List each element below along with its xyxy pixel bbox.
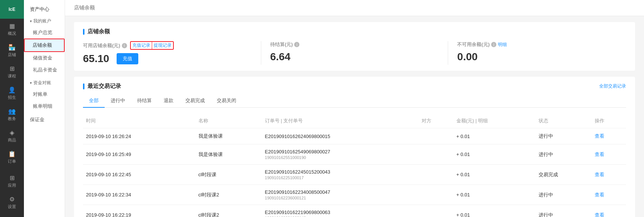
cell-action-1: 查看 <box>592 144 626 165</box>
logo: IcE <box>0 0 24 19</box>
pending-info-icon[interactable]: i <box>294 42 299 47</box>
cell-amount-2: + 0.01 <box>453 165 536 185</box>
cell-counterparty-0 <box>419 128 453 144</box>
chevron-down-icon: ▾ <box>30 19 32 23</box>
unavailable-balance-item: 不可用余额(元) i 明细 0.00 <box>457 41 626 63</box>
second-nav: 资产中心 ▾ 我的账户 账户总览 店铺余额 储值资金 礼品卡资金 ▾ 资金对账 … <box>24 0 65 217</box>
cell-counterparty-1 <box>419 144 453 165</box>
unavailable-value: 0.00 <box>457 51 617 63</box>
sidebar-item-customer[interactable]: 👤 客户 <box>0 168 24 171</box>
action-link-0[interactable]: 查看 <box>595 133 604 139</box>
available-info-icon[interactable]: i <box>122 43 127 48</box>
action-link-1[interactable]: 查看 <box>595 152 604 157</box>
record-links: 充值记录 提现记录 <box>130 41 174 50</box>
cell-name-4: cl时段课2 <box>195 205 262 217</box>
tab-refund[interactable]: 退款 <box>158 94 179 108</box>
cell-counterparty-4 <box>419 205 453 217</box>
recharge-button[interactable]: 充值 <box>117 53 138 64</box>
section-header-row: 最近交易记录 全部交易记录 <box>83 83 626 90</box>
balance-card: 店铺余额 可用店铺余额(元) i 充值记录 提现记录 65.10 <box>74 22 635 71</box>
sidebar-item-recruit[interactable]: 👤 招生 <box>0 83 24 104</box>
unavailable-label: 不可用余额(元) i 明细 <box>457 41 617 48</box>
recharge-record-link[interactable]: 充值记录 <box>131 42 152 49</box>
col-status: 状态 <box>536 114 591 128</box>
sidebar-item-store[interactable]: 🏪 店铺 <box>0 40 24 61</box>
nav-gift-card[interactable]: 礼品卡资金 <box>24 64 65 76</box>
chevron-down-icon2: ▾ <box>30 81 32 85</box>
cell-status-4: 进行中 <box>536 205 591 217</box>
available-value: 65.10 充值 <box>83 53 243 65</box>
nav-deposit[interactable]: 保证金 <box>24 114 65 126</box>
settings-icon: ⚙ <box>9 196 15 203</box>
recruit-icon: 👤 <box>8 86 16 94</box>
nav-stored-value[interactable]: 储值资金 <box>24 52 65 64</box>
view-all-link[interactable]: 全部交易记录 <box>599 83 626 89</box>
sidebar-item-settings[interactable]: ⚙ 设置 <box>0 192 24 213</box>
available-balance-item: 可用店铺余额(元) i 充值记录 提现记录 65.10 充值 <box>83 41 252 65</box>
sidebar-item-teacher[interactable]: 👥 教务 <box>0 104 24 125</box>
unavailable-info-icon[interactable]: i <box>491 42 496 47</box>
cell-status-0: 进行中 <box>536 128 591 144</box>
nav-account-overview[interactable]: 账户总览 <box>24 27 65 39</box>
cell-action-0: 查看 <box>592 128 626 144</box>
table-row: 2019-09-10 16:25:49 我是体验课 E2019091016254… <box>83 144 626 165</box>
tab-closed[interactable]: 交易关闭 <box>211 94 242 108</box>
sidebar-item-overview[interactable]: ▦ 概况 <box>0 19 24 40</box>
cell-counterparty-3 <box>419 185 453 205</box>
nav-store-balance[interactable]: 店铺余额 <box>24 39 65 52</box>
cell-order-2: E20190910162245015200043 190910162251000… <box>262 165 419 185</box>
sidebar-item-order[interactable]: 📋 订单 <box>0 147 24 168</box>
pending-value: 6.64 <box>270 51 430 63</box>
table-row: 2019-09-10 16:22:19 cl时段课2 E201909101622… <box>83 205 626 217</box>
main-content: 店铺余额 店铺余额 可用店铺余额(元) i 充值记录 提现记录 <box>65 0 644 217</box>
sidebar-item-course[interactable]: ⊞ 课程 <box>0 61 24 83</box>
table-row: 2019-09-10 16:22:45 cl时段课 E2019091016224… <box>83 165 626 185</box>
cell-status-1: 进行中 <box>536 144 591 165</box>
col-amount: 金额(元) | 明细 <box>453 114 536 128</box>
action-link-3[interactable]: 查看 <box>595 192 604 198</box>
table-row: 2019-09-10 16:22:34 cl时段课2 E201909101622… <box>83 185 626 205</box>
extract-record-link[interactable]: 提现记录 <box>152 42 173 49</box>
sidebar-item-apps[interactable]: ⊞ 应用 <box>0 171 24 192</box>
nav-account-detail[interactable]: 账单明细 <box>24 100 65 112</box>
cell-action-4: 查看 <box>592 205 626 217</box>
sidebar-bottom: ⊞ 应用 ⚙ 设置 <box>0 171 24 217</box>
pending-label: 待结算(元) i <box>270 41 430 48</box>
sidebar-item-goods[interactable]: ◈ 商品 <box>0 125 24 147</box>
tab-in-progress[interactable]: 进行中 <box>105 94 131 108</box>
unavailable-detail-link[interactable]: 明细 <box>498 42 507 48</box>
cell-status-3: 进行中 <box>536 185 591 205</box>
cell-time-2: 2019-09-10 16:22:45 <box>83 165 195 185</box>
cell-status-2: 交易完成 <box>536 165 591 185</box>
col-action: 操作 <box>592 114 626 128</box>
store-icon: 🏪 <box>8 44 16 51</box>
my-account-group: ▾ 我的账户 <box>24 16 65 27</box>
cell-name-2: cl时段课 <box>195 165 262 185</box>
action-link-2[interactable]: 查看 <box>595 172 604 177</box>
cell-amount-0: + 0.01 <box>453 128 536 144</box>
tab-complete[interactable]: 交易完成 <box>179 94 211 108</box>
my-account-section: ▾ 我的账户 账户总览 店铺余额 储值资金 礼品卡资金 <box>24 16 65 76</box>
nav-reconciliation[interactable]: 对账单 <box>24 88 65 100</box>
cell-order-1: E20190910162549069800027 190910162551000… <box>262 144 419 165</box>
goods-icon: ◈ <box>10 129 14 136</box>
cell-time-1: 2019-09-10 16:25:49 <box>83 144 195 165</box>
second-nav-title: 资产中心 <box>24 0 65 16</box>
balance-section-title: 店铺余额 <box>83 28 626 35</box>
cell-order-3: E20190910162234008500047 190910162236000… <box>262 185 419 205</box>
col-order: 订单号 | 支付单号 <box>262 114 419 128</box>
action-link-4[interactable]: 查看 <box>595 212 604 217</box>
tab-all[interactable]: 全部 <box>83 94 105 108</box>
tab-pending[interactable]: 待结算 <box>131 94 158 108</box>
cell-order-4: E20190910162219069800063 190910162221000… <box>262 205 419 217</box>
cell-name-1: 我是体验课 <box>195 144 262 165</box>
cell-order-0: E20190910162624069800015 <box>262 128 419 144</box>
apps-icon: ⊞ <box>10 174 15 181</box>
cell-amount-3: + 0.01 <box>453 185 536 205</box>
course-icon: ⊞ <box>10 65 15 72</box>
cell-time-0: 2019-09-10 16:26:24 <box>83 128 195 144</box>
cell-amount-1: + 0.01 <box>453 144 536 165</box>
transactions-table: 时间 名称 订单号 | 支付单号 对方 金额(元) | 明细 状态 操作 201… <box>83 114 626 217</box>
cell-action-3: 查看 <box>592 185 626 205</box>
col-time: 时间 <box>83 114 195 128</box>
